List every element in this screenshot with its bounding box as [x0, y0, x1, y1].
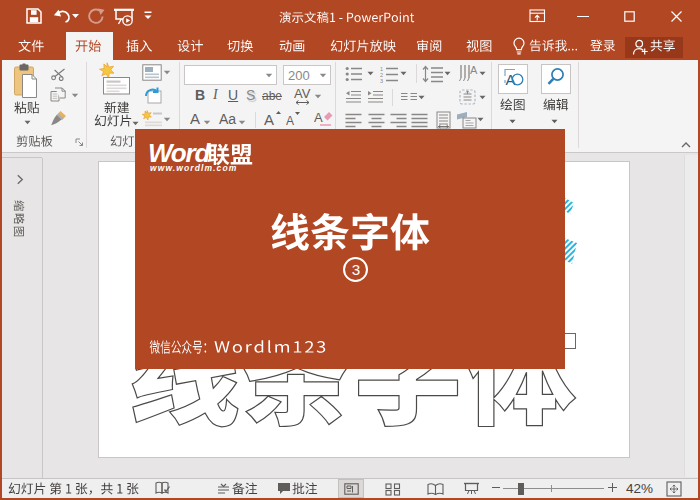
svg-text:A: A	[264, 111, 274, 128]
svg-text:A: A	[286, 114, 294, 128]
svg-text:3: 3	[380, 78, 383, 84]
svg-text:A: A	[470, 64, 478, 76]
svg-text:A: A	[314, 110, 323, 125]
svg-text:A: A	[505, 71, 515, 88]
svg-text:3: 3	[352, 261, 360, 278]
svg-text:AV: AV	[294, 87, 311, 101]
